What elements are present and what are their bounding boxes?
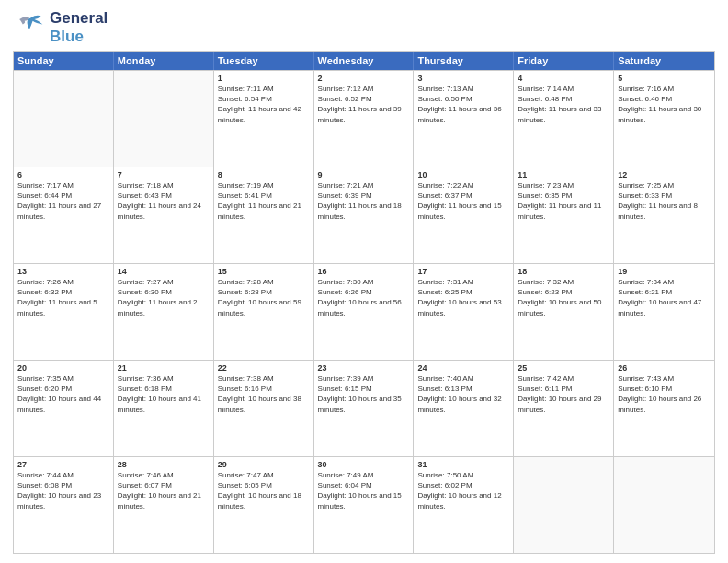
calendar-cell: 16Sunrise: 7:30 AMSunset: 6:26 PMDayligh… (314, 264, 415, 360)
calendar-cell: 18Sunrise: 7:32 AMSunset: 6:23 PMDayligh… (514, 264, 614, 360)
day-info: Sunrise: 7:43 AMSunset: 6:10 PMDaylight:… (618, 373, 711, 415)
calendar-cell: 11Sunrise: 7:23 AMSunset: 6:35 PMDayligh… (514, 167, 614, 263)
day-number: 15 (218, 267, 310, 276)
day-info: Sunrise: 7:17 AMSunset: 6:44 PMDaylight:… (17, 180, 109, 222)
day-info: Sunrise: 7:25 AMSunset: 6:33 PMDaylight:… (618, 180, 711, 222)
calendar-cell (614, 457, 714, 553)
calendar-cell (514, 457, 614, 553)
day-info: Sunrise: 7:32 AMSunset: 6:23 PMDaylight:… (518, 277, 609, 318)
day-info: Sunrise: 7:23 AMSunset: 6:35 PMDaylight:… (518, 180, 609, 222)
calendar-row: 20Sunrise: 7:35 AMSunset: 6:20 PMDayligh… (14, 360, 714, 456)
day-number: 20 (17, 363, 109, 373)
day-number: 2 (318, 74, 410, 83)
day-number: 29 (218, 460, 310, 469)
calendar-cell: 17Sunrise: 7:31 AMSunset: 6:25 PMDayligh… (414, 264, 514, 360)
calendar-cell: 23Sunrise: 7:39 AMSunset: 6:15 PMDayligh… (314, 361, 415, 456)
day-info: Sunrise: 7:38 AMSunset: 6:16 PMDaylight:… (218, 373, 310, 415)
calendar-cell: 26Sunrise: 7:43 AMSunset: 6:10 PMDayligh… (614, 361, 714, 456)
day-info: Sunrise: 7:36 AMSunset: 6:18 PMDaylight:… (118, 373, 210, 415)
day-info: Sunrise: 7:14 AMSunset: 6:48 PMDaylight:… (518, 84, 609, 125)
day-info: Sunrise: 7:22 AMSunset: 6:37 PMDaylight:… (417, 180, 509, 222)
day-number: 8 (218, 170, 310, 179)
calendar-cell: 3Sunrise: 7:13 AMSunset: 6:50 PMDaylight… (414, 71, 514, 167)
day-number: 26 (618, 363, 711, 373)
day-info: Sunrise: 7:11 AMSunset: 6:54 PMDaylight:… (218, 84, 310, 125)
calendar-cell: 13Sunrise: 7:26 AMSunset: 6:32 PMDayligh… (14, 264, 114, 360)
day-of-week-header: Friday (514, 52, 614, 70)
day-info: Sunrise: 7:34 AMSunset: 6:21 PMDaylight:… (618, 277, 711, 318)
calendar-cell: 19Sunrise: 7:34 AMSunset: 6:21 PMDayligh… (614, 264, 714, 360)
calendar-cell: 21Sunrise: 7:36 AMSunset: 6:18 PMDayligh… (114, 361, 214, 456)
day-info: Sunrise: 7:35 AMSunset: 6:20 PMDaylight:… (17, 373, 109, 415)
day-number: 30 (318, 460, 410, 469)
day-number: 31 (417, 460, 509, 469)
logo-icon (13, 11, 46, 44)
calendar-cell: 25Sunrise: 7:42 AMSunset: 6:11 PMDayligh… (514, 361, 614, 456)
day-info: Sunrise: 7:42 AMSunset: 6:11 PMDaylight:… (518, 373, 609, 415)
calendar-cell: 4Sunrise: 7:14 AMSunset: 6:48 PMDaylight… (514, 71, 614, 167)
day-number: 23 (318, 363, 410, 373)
calendar-row: 6Sunrise: 7:17 AMSunset: 6:44 PMDaylight… (14, 167, 714, 263)
day-number: 19 (618, 267, 711, 276)
day-info: Sunrise: 7:39 AMSunset: 6:15 PMDaylight:… (318, 373, 410, 415)
day-number: 13 (17, 267, 109, 276)
day-of-week-header: Sunday (14, 52, 114, 70)
header: General Blue (13, 9, 715, 45)
day-info: Sunrise: 7:19 AMSunset: 6:41 PMDaylight:… (218, 180, 310, 222)
day-info: Sunrise: 7:12 AMSunset: 6:52 PMDaylight:… (318, 84, 410, 125)
calendar-cell: 28Sunrise: 7:46 AMSunset: 6:07 PMDayligh… (114, 457, 214, 553)
calendar-cell: 20Sunrise: 7:35 AMSunset: 6:20 PMDayligh… (14, 361, 114, 456)
calendar-cell: 24Sunrise: 7:40 AMSunset: 6:13 PMDayligh… (414, 361, 514, 456)
day-info: Sunrise: 7:16 AMSunset: 6:46 PMDaylight:… (618, 84, 711, 125)
day-number: 6 (17, 170, 109, 179)
calendar-cell: 8Sunrise: 7:19 AMSunset: 6:41 PMDaylight… (214, 167, 314, 263)
day-info: Sunrise: 7:50 AMSunset: 6:02 PMDaylight:… (417, 470, 509, 511)
day-number: 28 (118, 460, 210, 469)
day-number: 18 (518, 267, 609, 276)
day-info: Sunrise: 7:40 AMSunset: 6:13 PMDaylight:… (417, 373, 509, 415)
day-info: Sunrise: 7:18 AMSunset: 6:43 PMDaylight:… (118, 180, 210, 222)
day-of-week-header: Monday (114, 52, 214, 70)
calendar-cell (114, 71, 214, 167)
calendar-header: SundayMondayTuesdayWednesdayThursdayFrid… (14, 52, 714, 70)
calendar-cell: 5Sunrise: 7:16 AMSunset: 6:46 PMDaylight… (614, 71, 714, 167)
calendar-cell: 22Sunrise: 7:38 AMSunset: 6:16 PMDayligh… (214, 361, 314, 456)
calendar-cell: 6Sunrise: 7:17 AMSunset: 6:44 PMDaylight… (14, 167, 114, 263)
logo-text: General Blue (50, 9, 108, 45)
logo: General Blue (13, 9, 108, 45)
calendar-cell: 15Sunrise: 7:28 AMSunset: 6:28 PMDayligh… (214, 264, 314, 360)
calendar-cell: 2Sunrise: 7:12 AMSunset: 6:52 PMDaylight… (314, 71, 415, 167)
day-number: 25 (518, 363, 609, 373)
calendar-body: 1Sunrise: 7:11 AMSunset: 6:54 PMDaylight… (14, 70, 714, 553)
day-info: Sunrise: 7:13 AMSunset: 6:50 PMDaylight:… (417, 84, 509, 125)
day-number: 10 (417, 170, 509, 179)
day-info: Sunrise: 7:21 AMSunset: 6:39 PMDaylight:… (318, 180, 410, 222)
day-info: Sunrise: 7:49 AMSunset: 6:04 PMDaylight:… (318, 470, 410, 511)
day-info: Sunrise: 7:26 AMSunset: 6:32 PMDaylight:… (17, 277, 109, 318)
day-info: Sunrise: 7:46 AMSunset: 6:07 PMDaylight:… (118, 470, 210, 511)
day-number: 7 (118, 170, 210, 179)
day-of-week-header: Thursday (414, 52, 514, 70)
day-info: Sunrise: 7:27 AMSunset: 6:30 PMDaylight:… (118, 277, 210, 318)
calendar-row: 13Sunrise: 7:26 AMSunset: 6:32 PMDayligh… (14, 263, 714, 360)
day-number: 1 (218, 74, 310, 83)
day-number: 14 (118, 267, 210, 276)
day-number: 9 (318, 170, 410, 179)
calendar-cell: 31Sunrise: 7:50 AMSunset: 6:02 PMDayligh… (414, 457, 514, 553)
calendar-cell: 10Sunrise: 7:22 AMSunset: 6:37 PMDayligh… (414, 167, 514, 263)
day-info: Sunrise: 7:31 AMSunset: 6:25 PMDaylight:… (417, 277, 509, 318)
day-info: Sunrise: 7:28 AMSunset: 6:28 PMDaylight:… (218, 277, 310, 318)
calendar-cell: 29Sunrise: 7:47 AMSunset: 6:05 PMDayligh… (214, 457, 314, 553)
day-number: 22 (218, 363, 310, 373)
calendar: SundayMondayTuesdayWednesdayThursdayFrid… (13, 51, 715, 554)
day-number: 16 (318, 267, 410, 276)
calendar-row: 27Sunrise: 7:44 AMSunset: 6:08 PMDayligh… (14, 456, 714, 553)
day-number: 21 (118, 363, 210, 373)
day-of-week-header: Wednesday (314, 52, 415, 70)
day-number: 24 (417, 363, 509, 373)
day-info: Sunrise: 7:44 AMSunset: 6:08 PMDaylight:… (17, 470, 109, 511)
calendar-cell (14, 71, 114, 167)
day-number: 17 (417, 267, 509, 276)
day-info: Sunrise: 7:30 AMSunset: 6:26 PMDaylight:… (318, 277, 410, 318)
day-number: 27 (17, 460, 109, 469)
